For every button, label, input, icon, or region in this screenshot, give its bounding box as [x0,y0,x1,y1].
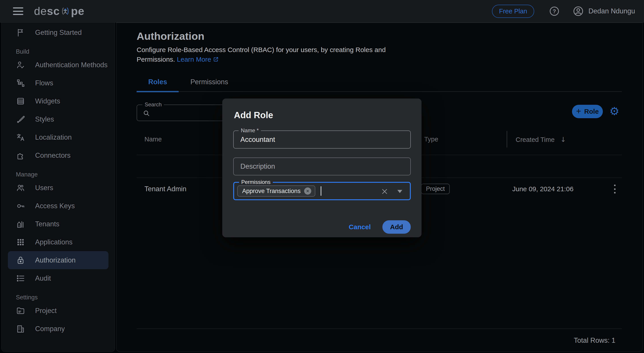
clear-selection-icon[interactable] [381,188,388,196]
sidebar-item-applications[interactable]: Applications [2,233,115,251]
lock-icon [16,256,25,265]
logo-text-de: de [34,5,47,18]
sidebar-item-project[interactable]: Project [2,302,115,320]
descope-logo: descpe [34,5,84,18]
help-icon[interactable]: ? [549,6,560,16]
free-plan-badge[interactable]: Free Plan [492,5,534,18]
widgets-icon [16,96,25,106]
hamburger-menu-icon[interactable] [13,7,23,15]
project-folder-icon [16,306,25,316]
sidebar-item-localization[interactable]: Localization [2,128,115,146]
column-header-name[interactable]: Name [144,136,162,143]
sidebar-section-build: Build [16,48,115,55]
row-actions-kebab-icon[interactable] [610,183,619,195]
external-link-icon [213,56,219,62]
sidebar-item-connectors[interactable]: Connectors [2,146,115,164]
modal-title: Add Role [234,110,273,120]
user-name[interactable]: Dedan Ndungu [588,7,635,15]
logo-text-pe: pe [71,5,84,18]
name-field-label: Name * [238,127,261,134]
description-input[interactable] [234,158,410,175]
permissions-field-label: Permissions [239,179,273,185]
add-role-modal: Add Role Name * Permissions Approve Tran… [222,98,422,237]
page-title: Authorization [137,30,204,42]
search-icon [142,109,150,117]
sidebar-item-access-keys[interactable]: Access Keys [2,197,115,215]
role-created-cell: June 09, 2024 21:06 [512,185,574,193]
sidebar-section-manage: Manage [16,171,115,178]
cancel-button[interactable]: Cancel [349,223,371,231]
sidebar-item-tenants[interactable]: Tenants [2,215,115,233]
logo-text-sc: sc [47,5,60,18]
applications-grid-icon [16,238,25,247]
person-check-icon [16,60,25,70]
sidebar-item-authentication-methods[interactable]: Authentication Methods [2,56,115,74]
descope-logo-mark-icon [60,5,70,17]
sidebar-section-settings: Settings [16,294,115,301]
sidebar-item-widgets[interactable]: Widgets [2,92,115,110]
sidebar-item-authorization[interactable]: Authorization [8,251,108,269]
chip-remove-icon[interactable] [304,187,311,195]
tab-permissions[interactable]: Permissions [179,78,240,91]
sidebar: Getting Started Build Authentication Met… [1,22,115,352]
users-icon [16,183,25,193]
sidebar-item-styles[interactable]: Styles [2,110,115,128]
sidebar-item-getting-started[interactable]: Getting Started [2,23,115,41]
sidebar-item-audit[interactable]: Audit [2,269,115,287]
table-settings-gear-icon[interactable]: ⚙ [609,106,620,117]
role-type-badge: Project [421,184,450,194]
text-cursor [321,186,321,196]
permissions-field[interactable]: Permissions Approve Transactions [233,182,411,200]
column-header-created-time[interactable]: Created Time↓ [516,136,566,143]
modal-actions: Cancel Add [349,220,411,234]
translate-icon [16,133,25,142]
flowchart-icon [16,78,25,88]
sidebar-item-flows[interactable]: Flows [2,74,115,92]
svg-text:?: ? [553,8,556,14]
plus-icon: + [576,106,581,116]
dropdown-caret-icon[interactable] [397,190,402,193]
brush-icon [16,115,25,124]
description-field [233,157,411,175]
total-rows-label: Total Rows: 1 [574,337,616,345]
puzzle-icon [16,151,25,160]
sidebar-item-users[interactable]: Users [2,179,115,197]
role-name-cell: Tenant Admin [144,185,186,193]
flag-icon [16,28,25,37]
audit-list-icon [16,274,25,283]
add-role-button[interactable]: + Role [572,105,603,118]
add-button[interactable]: Add [382,220,411,234]
key-icon [16,201,25,211]
name-field: Name * [233,130,411,149]
learn-more-link[interactable]: Learn More [177,56,211,63]
tab-roles[interactable]: Roles [137,78,179,92]
sort-desc-arrow-icon[interactable]: ↓ [560,136,566,143]
tenant-building-icon [16,219,25,229]
permission-chip: Approve Transactions [237,185,315,197]
page-description: Configure Role-Based Access Control (RBA… [137,45,386,64]
company-building-icon [16,324,25,334]
user-avatar-icon[interactable] [573,5,584,17]
column-divider [507,131,507,147]
column-header-type[interactable]: Type [424,136,438,143]
tab-bar: Roles Permissions [137,78,622,92]
sidebar-item-company[interactable]: Company [2,320,115,338]
top-bar: descpe Free Plan ? Dedan Ndungu [0,0,644,22]
